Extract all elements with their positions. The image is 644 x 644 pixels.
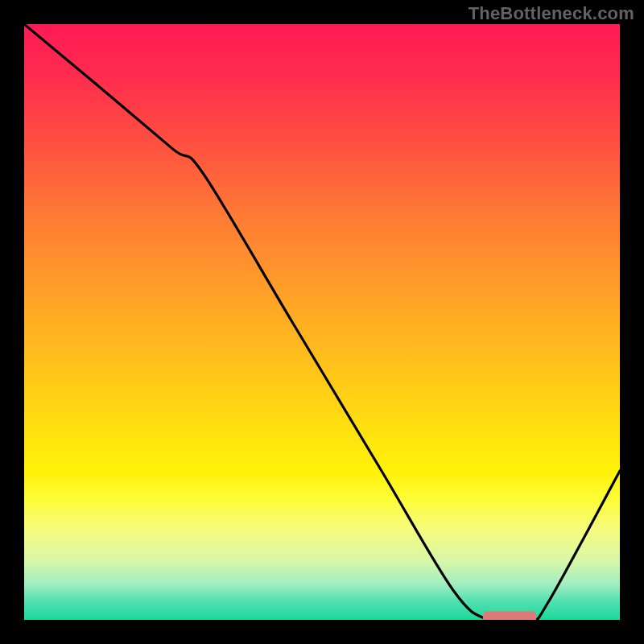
chart-svg xyxy=(24,24,620,620)
bottleneck-curve xyxy=(24,24,620,620)
optimal-range-marker xyxy=(483,611,537,620)
chart-frame: TheBottleneck.com xyxy=(0,0,644,644)
watermark-text: TheBottleneck.com xyxy=(469,3,634,24)
